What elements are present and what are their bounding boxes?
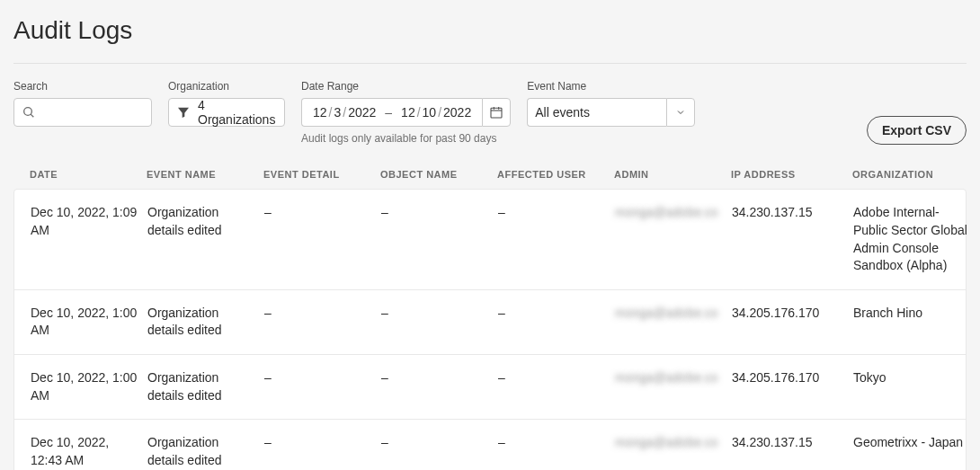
cell-organization: Geometrixx - Japan (853, 434, 979, 452)
organization-filter: Organization 4 Organizations (168, 80, 285, 127)
cell-event-name: Organization details edited (147, 204, 264, 239)
cell-object-name: – (381, 434, 498, 452)
calendar-button[interactable] (482, 98, 511, 127)
search-icon (22, 105, 36, 120)
cell-event-name: Organization details edited (147, 434, 264, 469)
date-slash: / (436, 105, 443, 120)
search-control[interactable] (13, 98, 152, 127)
cell-ip-address: 34.205.176.170 (732, 305, 853, 323)
event-name-caret-button[interactable] (666, 98, 695, 127)
date-range-helper: Audit logs only available for past 90 da… (301, 132, 511, 145)
cell-ip-address: 34.230.137.15 (732, 434, 853, 452)
date-range-filter: Date Range 12 / 3 / 2022 – 12 / 10 / 202… (301, 80, 511, 145)
cell-affected-user: – (498, 305, 615, 323)
table-body: Dec 10, 2022, 1:09 AM Organization detai… (13, 189, 967, 470)
date-range-label: Date Range (301, 80, 511, 93)
cell-admin: monga@adobe.co (615, 305, 732, 323)
cell-admin: monga@adobe.co (615, 204, 732, 222)
cell-event-detail: – (264, 434, 381, 452)
search-input[interactable] (36, 105, 144, 120)
svg-rect-2 (491, 108, 502, 118)
export-csv-button[interactable]: Export CSV (867, 116, 967, 145)
cell-organization: Tokyo (853, 369, 979, 387)
page-title: Audit Logs (13, 16, 967, 64)
cell-event-detail: – (264, 204, 381, 222)
date-from-yyyy: 2022 (348, 105, 376, 120)
cell-ip-address: 34.230.137.15 (732, 204, 853, 222)
date-slash: / (327, 105, 334, 120)
cell-organization: Adobe Internal-Public Sector Global Admi… (853, 204, 979, 274)
search-filter: Search (13, 80, 152, 127)
svg-point-0 (24, 108, 32, 116)
col-organization: ORGANIZATION (852, 168, 978, 182)
cell-object-name: – (381, 369, 498, 387)
cell-date: Dec 10, 2022, 12:43 AM (31, 434, 147, 469)
search-label: Search (13, 80, 152, 93)
date-range-dash: – (376, 105, 401, 120)
table-row: Dec 10, 2022, 1:00 AM Organization detai… (14, 290, 966, 355)
organization-select[interactable]: 4 Organizations (168, 98, 285, 127)
cell-object-name: – (381, 305, 498, 323)
chevron-down-icon (675, 107, 686, 118)
funnel-icon (176, 105, 191, 120)
cell-event-detail: – (264, 369, 381, 387)
cell-event-name: Organization details edited (147, 305, 264, 340)
date-to-mm: 12 (401, 105, 415, 120)
cell-date: Dec 10, 2022, 1:00 AM (31, 305, 147, 340)
date-to-dd: 10 (423, 105, 437, 120)
table-header: DATE EVENT NAME EVENT DETAIL OBJECT NAME… (13, 161, 967, 189)
cell-admin: monga@adobe.co (615, 369, 732, 387)
col-admin: ADMIN (614, 168, 731, 182)
cell-event-name: Organization details edited (147, 369, 264, 404)
date-slash: / (415, 105, 423, 120)
event-name-value: All events (535, 105, 590, 120)
event-name-wrap: All events (527, 98, 695, 127)
event-name-select[interactable]: All events (527, 98, 666, 127)
date-to-yyyy: 2022 (443, 105, 471, 120)
cell-affected-user: – (498, 434, 615, 452)
table-row: Dec 10, 2022, 1:09 AM Organization detai… (14, 190, 966, 289)
filters-row: Search Organization 4 Organizations Date… (13, 80, 967, 145)
cell-object-name: – (381, 204, 498, 222)
col-object-name: OBJECT NAME (380, 168, 497, 182)
cell-admin: monga@adobe.co (615, 434, 732, 452)
col-affected-user: AFFECTED USER (497, 168, 614, 182)
cell-ip-address: 34.205.176.170 (732, 369, 853, 387)
cell-affected-user: – (498, 369, 615, 387)
event-name-filter: Event Name All events (527, 80, 695, 127)
audit-table: DATE EVENT NAME EVENT DETAIL OBJECT NAME… (13, 161, 967, 470)
col-event-detail: EVENT DETAIL (263, 168, 380, 182)
cell-date: Dec 10, 2022, 1:00 AM (31, 369, 147, 404)
date-range-wrap: 12 / 3 / 2022 – 12 / 10 / 2022 (301, 98, 511, 127)
cell-organization: Branch Hino (853, 305, 979, 323)
col-event-name: EVENT NAME (147, 168, 263, 182)
date-range-input[interactable]: 12 / 3 / 2022 – 12 / 10 / 2022 (301, 98, 482, 127)
event-name-label: Event Name (527, 80, 695, 93)
cell-date: Dec 10, 2022, 1:09 AM (31, 204, 147, 239)
calendar-icon (489, 105, 503, 120)
organization-label: Organization (168, 80, 285, 93)
date-from-mm: 12 (313, 105, 327, 120)
organization-value: 4 Organizations (198, 98, 277, 127)
table-row: Dec 10, 2022, 12:43 AM Organization deta… (14, 420, 966, 470)
table-row: Dec 10, 2022, 1:00 AM Organization detai… (14, 355, 966, 420)
svg-line-1 (31, 114, 33, 117)
cell-event-detail: – (264, 305, 381, 323)
col-ip-address: IP ADDRESS (731, 168, 852, 182)
date-from-dd: 3 (334, 105, 341, 120)
col-date: DATE (30, 168, 147, 182)
date-slash: / (341, 105, 348, 120)
cell-affected-user: – (498, 204, 615, 222)
